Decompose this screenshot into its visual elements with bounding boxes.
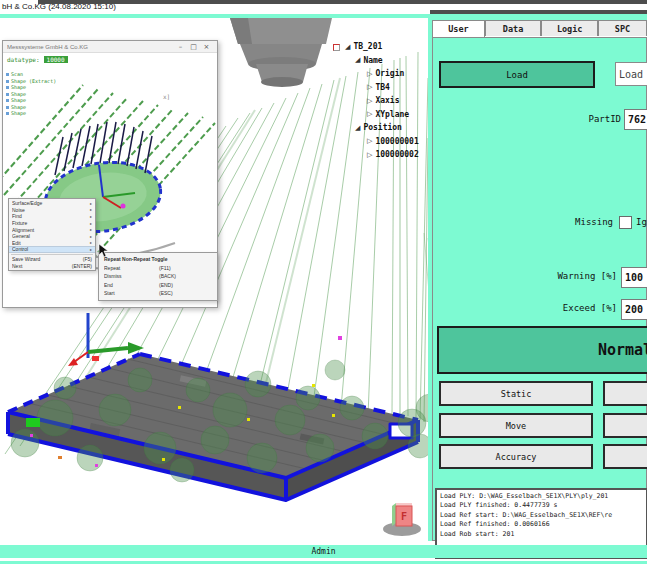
- tree-expand-icon[interactable]: ▷: [367, 70, 372, 78]
- submenu-item-repeat[interactable]: Repeat(F11): [99, 264, 217, 273]
- submenu-header: Repeat Non-Repeat Toggle: [99, 255, 217, 264]
- tree-expand-icon[interactable]: ◢: [355, 56, 360, 64]
- menu-item-noise[interactable]: Noise▸: [9, 207, 95, 214]
- feature-tree[interactable]: ◢TB_201 ◢Name ▷Origin ▷TB4 ▷Xaxis ▷XYpla…: [345, 40, 428, 162]
- accuracy-button[interactable]: Accuracy: [439, 444, 593, 469]
- tab-user[interactable]: User: [432, 20, 485, 37]
- menu-item-control[interactable]: Control▸: [9, 246, 95, 253]
- static-button[interactable]: Static: [439, 381, 593, 406]
- partid-label: PartID: [523, 114, 621, 124]
- tree-expand-icon[interactable]: ▷: [367, 137, 372, 145]
- partid-field[interactable]: 762: [624, 109, 647, 130]
- exceed-field[interactable]: 200: [621, 299, 647, 320]
- tree-node-origin[interactable]: ▷Origin: [345, 67, 428, 81]
- menu-item-find[interactable]: Find▸: [9, 213, 95, 220]
- tab-data[interactable]: Data: [485, 20, 542, 36]
- inner-window-title: Messsysteme GmbH & Co.KG: [7, 44, 174, 50]
- submenu-item-end[interactable]: End(END): [99, 281, 217, 290]
- scan-item-list[interactable]: Scan Shape (Extract) Shape Shape Shape S…: [6, 71, 56, 117]
- control-panel: User Data Logic SPC Load Load PartID 762…: [432, 20, 647, 541]
- tree-expand-icon[interactable]: ◢: [355, 124, 360, 132]
- log-line: Load Ref finished: 0.0060166: [440, 520, 643, 529]
- missing-checkbox[interactable]: [619, 216, 632, 229]
- tree-node-name[interactable]: ◢Name: [345, 54, 428, 68]
- menu-item-edit[interactable]: Edit▸: [9, 240, 95, 247]
- tab-spc[interactable]: SPC: [598, 20, 647, 36]
- warning-field[interactable]: 100: [621, 267, 647, 288]
- menu-item-save[interactable]: Save Wizard(F5): [9, 256, 95, 263]
- tree-node-xaxis[interactable]: ▷Xaxis: [345, 94, 428, 108]
- submenu-arrow-icon: ▸: [90, 221, 92, 226]
- host-window-title: bH & Co.KG (24.08.2020 15:10): [2, 2, 116, 11]
- status-bar: Admin: [0, 545, 647, 558]
- tree-node-position[interactable]: ◢Position: [345, 121, 428, 135]
- maximize-icon[interactable]: □: [187, 43, 200, 51]
- log-line: Load PLY finished: 0.4477739 s: [440, 501, 643, 510]
- tab-logic[interactable]: Logic: [541, 20, 598, 36]
- submenu-arrow-icon: ▸: [90, 207, 92, 212]
- submenu-arrow-icon: ▸: [90, 227, 92, 232]
- view-cube-front-label: F: [401, 511, 407, 522]
- menu-item-fixture[interactable]: Fixture▸: [9, 220, 95, 227]
- missing-suffix-label: Ignore: [636, 217, 647, 227]
- datatype-badge: 10000: [44, 56, 68, 63]
- missing-label: Missing: [513, 217, 613, 227]
- tree-expand-icon[interactable]: ▷: [367, 110, 372, 118]
- tree-node-tb4[interactable]: ▷TB4: [345, 81, 428, 95]
- submenu-arrow-icon: ▸: [90, 247, 92, 252]
- log-line: Load Ref start: D:\WAG_Esselbach_SE1X\RE…: [440, 511, 643, 520]
- cylinder-fixture: [230, 18, 332, 87]
- submenu-arrow-icon: ▸: [90, 240, 92, 245]
- clipped-button-1[interactable]: [603, 381, 647, 406]
- submenu-arrow-icon: ▸: [90, 214, 92, 219]
- mouse-cursor-icon: [98, 244, 110, 258]
- warning-label: Warning [%]: [493, 271, 617, 281]
- tree-node-100000001[interactable]: ▷100000001: [345, 135, 428, 149]
- menu-item-alignment[interactable]: Alignment▸: [9, 226, 95, 233]
- clipped-button-2[interactable]: [603, 413, 647, 438]
- inner-window-titlebar[interactable]: Messsysteme GmbH & Co.KG – □ ×: [3, 41, 217, 53]
- view-cube-left-face: [392, 503, 396, 526]
- status-normal-button[interactable]: Normal: [437, 326, 647, 374]
- context-menu[interactable]: Surface/Edge▸ Noise▸ Find▸ Fixture▸ Alig…: [8, 198, 96, 271]
- datatype-label: datatype:: [7, 56, 40, 63]
- menu-item-surface-edge[interactable]: Surface/Edge▸: [9, 200, 95, 207]
- tree-expand-icon[interactable]: ▷: [367, 83, 372, 91]
- inner-window-toolbar: datatype: 10000: [7, 56, 68, 63]
- axis-annotation: x]: [163, 93, 170, 100]
- tree-expand-icon[interactable]: ▷: [367, 97, 372, 105]
- load-button[interactable]: Load: [439, 61, 595, 88]
- tree-expand-icon[interactable]: ◢: [345, 43, 350, 51]
- view-cube[interactable]: F: [380, 496, 424, 538]
- background-window-edge: [38, 0, 647, 4]
- log-line: Load PLY: D:\WAG_Esselbach_SE1X\PLY\ply_…: [440, 492, 643, 501]
- load-status-box: Load: [615, 62, 647, 86]
- minimize-icon[interactable]: –: [174, 43, 187, 51]
- log-line: Load Rob start: 201: [440, 530, 643, 539]
- tree-node-100000002[interactable]: ▷100000002: [345, 148, 428, 162]
- tree-expand-icon[interactable]: ▷: [367, 151, 372, 159]
- submenu-item-dismiss[interactable]: Dismiss(BACK): [99, 272, 217, 281]
- move-button[interactable]: Move: [439, 413, 593, 438]
- exceed-label: Exceed [%]: [493, 303, 617, 313]
- logged-in-user: Admin: [311, 547, 335, 556]
- submenu-arrow-icon: ▸: [90, 234, 92, 239]
- app-window: bH & Co.KG (24.08.2020 15:10): [0, 0, 647, 564]
- 3d-viewport[interactable]: ◢TB_201 ◢Name ▷Origin ▷TB4 ▷Xaxis ▷XYpla…: [0, 18, 428, 541]
- panel-tabs: User Data Logic SPC: [432, 20, 647, 37]
- close-icon[interactable]: ×: [200, 43, 213, 51]
- list-item[interactable]: Shape: [6, 110, 56, 117]
- menu-item-next[interactable]: Next(ENTER): [9, 262, 95, 269]
- submenu-item-start[interactable]: Start(ESC): [99, 289, 217, 298]
- tree-node-xyplane[interactable]: ▷XYplane: [345, 108, 428, 122]
- clipped-button-3[interactable]: [603, 444, 647, 469]
- main-area: ◢TB_201 ◢Name ▷Origin ▷TB4 ▷Xaxis ▷XYpla…: [0, 18, 647, 541]
- submenu-arrow-icon: ▸: [90, 201, 92, 206]
- tree-node-tb201[interactable]: ◢TB_201: [345, 40, 428, 54]
- menu-item-general[interactable]: General▸: [9, 233, 95, 240]
- context-submenu[interactable]: Repeat Non-Repeat Toggle Repeat(F11) Dis…: [98, 252, 218, 301]
- origin-marker-icon: [333, 44, 340, 51]
- menu-separator: [11, 254, 93, 255]
- panel-body: Load Load PartID 762 Missing Ignore Warn…: [432, 37, 647, 541]
